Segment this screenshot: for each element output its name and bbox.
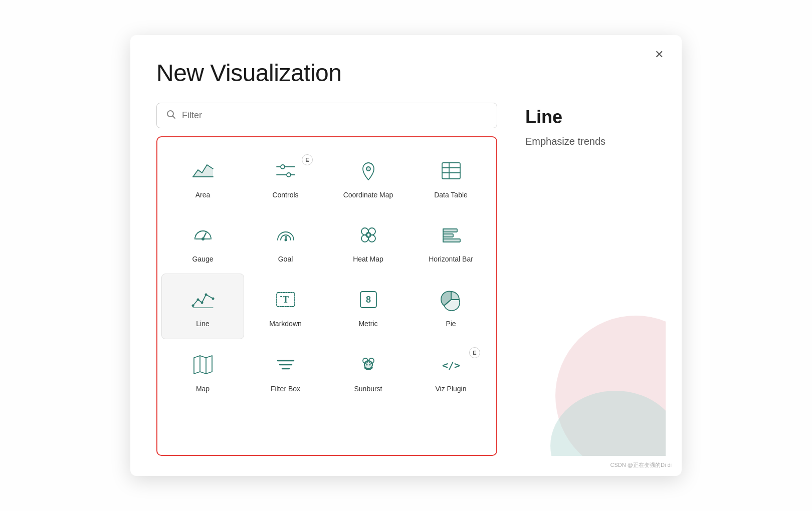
svg-line-1 <box>173 116 175 119</box>
svg-point-29 <box>196 299 199 301</box>
line-label: Line <box>196 319 209 328</box>
goal-label: Goal <box>278 254 293 264</box>
modal-overlay: ✕ New Visualization <box>0 0 812 511</box>
viz-item-markdown[interactable]: T Markdown <box>244 274 327 339</box>
map-icon <box>189 351 217 378</box>
pie-icon <box>438 286 465 313</box>
decorative-shapes <box>525 256 666 456</box>
svg-point-52 <box>555 316 666 456</box>
search-bar <box>156 103 497 128</box>
viz-item-area[interactable]: Area <box>161 145 244 209</box>
svg-point-28 <box>191 305 194 307</box>
svg-text:T: T <box>282 295 288 305</box>
markdown-icon: T <box>272 286 299 313</box>
viz-plugin-badge: E <box>469 347 480 358</box>
filter-input[interactable] <box>182 110 488 121</box>
filter-box-label: Filter Box <box>271 384 300 393</box>
viz-item-line[interactable]: Line <box>161 274 244 339</box>
controls-icon <box>272 157 299 184</box>
detail-title: Line <box>525 107 648 128</box>
sunburst-icon <box>355 351 382 378</box>
right-panel: Line Emphasize trends <box>517 103 656 456</box>
viz-item-data-table[interactable]: Data Table <box>410 145 492 209</box>
viz-item-controls[interactable]: E Controls <box>244 145 327 209</box>
controls-label: Controls <box>272 190 298 199</box>
svg-point-7 <box>287 173 291 177</box>
modal-title: New Visualization <box>156 59 656 87</box>
svg-rect-25 <box>443 229 457 232</box>
svg-point-53 <box>550 391 666 456</box>
viz-grid-wrapper: Area E <box>156 136 497 456</box>
line-icon <box>189 286 217 313</box>
data-table-label: Data Table <box>434 190 468 199</box>
close-button[interactable]: ✕ <box>651 47 668 62</box>
gauge-label: Gauge <box>192 254 213 264</box>
viz-item-coordinate-map[interactable]: Coordinate Map <box>327 145 410 209</box>
svg-text:8: 8 <box>365 295 370 305</box>
search-icon <box>166 109 176 122</box>
viz-item-heat-map[interactable]: Heat Map <box>327 209 410 274</box>
svg-point-22 <box>368 235 375 242</box>
svg-point-50 <box>369 364 370 365</box>
viz-item-horizontal-bar[interactable]: Horizontal Bar <box>410 209 492 274</box>
data-table-icon <box>438 157 465 184</box>
modal-dialog: ✕ New Visualization <box>130 35 682 476</box>
goal-icon: 8 <box>272 221 299 248</box>
watermark: CSDN @正在变强的Di di <box>611 461 672 469</box>
horizontal-bar-icon <box>438 221 465 248</box>
left-panel: Area E <box>156 103 497 456</box>
coordinate-map-icon <box>355 157 382 184</box>
viz-item-sunburst[interactable]: Sunburst <box>327 339 410 403</box>
viz-item-goal[interactable]: 8 Goal <box>244 209 327 274</box>
svg-point-19 <box>361 228 368 235</box>
markdown-label: Markdown <box>269 319 302 328</box>
filter-box-icon <box>272 351 299 378</box>
heat-map-label: Heat Map <box>353 254 383 264</box>
viz-item-gauge[interactable]: Gauge <box>161 209 244 274</box>
horizontal-bar-label: Horizontal Bar <box>429 254 473 264</box>
viz-plugin-icon: </> <box>438 351 465 378</box>
viz-item-map[interactable]: Map <box>161 339 244 403</box>
svg-point-8 <box>366 167 370 171</box>
area-label: Area <box>195 190 211 199</box>
viz-plugin-label: Viz Plugin <box>435 384 466 393</box>
svg-point-21 <box>361 235 368 242</box>
controls-badge: E <box>302 154 313 165</box>
svg-point-6 <box>281 165 285 169</box>
metric-icon: 8 <box>355 286 382 313</box>
gauge-icon <box>189 221 217 248</box>
viz-item-metric[interactable]: 8 Metric <box>327 274 410 339</box>
svg-rect-26 <box>443 234 453 237</box>
svg-rect-9 <box>442 163 460 179</box>
heat-map-icon <box>355 221 382 248</box>
viz-grid: Area E <box>157 137 496 411</box>
svg-point-49 <box>366 364 367 365</box>
area-icon <box>189 157 217 184</box>
svg-point-32 <box>212 298 214 300</box>
svg-point-30 <box>200 302 203 304</box>
svg-point-20 <box>368 228 375 235</box>
viz-item-pie[interactable]: Pie <box>410 274 492 339</box>
map-label: Map <box>196 384 210 393</box>
viz-item-filter-box[interactable]: Filter Box <box>244 339 327 403</box>
svg-marker-39 <box>194 356 212 374</box>
svg-rect-27 <box>443 239 460 242</box>
svg-text:8: 8 <box>285 235 287 240</box>
coordinate-map-label: Coordinate Map <box>343 190 393 199</box>
viz-item-viz-plugin[interactable]: E </> Viz Plugin <box>410 339 492 403</box>
svg-text:</>: </> <box>442 359 460 371</box>
detail-description: Emphasize trends <box>525 136 648 147</box>
metric-label: Metric <box>358 319 377 328</box>
svg-point-31 <box>205 294 207 296</box>
modal-body: Area E <box>156 103 656 456</box>
pie-label: Pie <box>446 319 456 328</box>
sunburst-label: Sunburst <box>354 384 382 393</box>
